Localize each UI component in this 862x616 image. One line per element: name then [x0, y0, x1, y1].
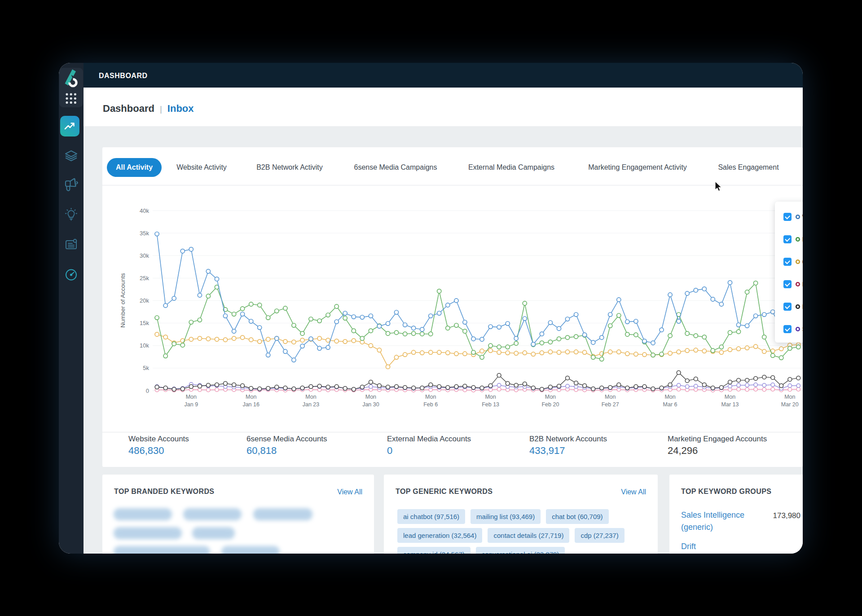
svg-text:35k: 35k: [140, 230, 149, 237]
svg-text:Mon: Mon: [664, 394, 675, 400]
svg-text:Mar 13: Mar 13: [721, 401, 739, 408]
svg-text:Mon: Mon: [246, 394, 256, 400]
svg-text:15k: 15k: [140, 320, 149, 326]
svg-text:Feb 27: Feb 27: [602, 401, 619, 408]
svg-text:Feb 20: Feb 20: [541, 401, 559, 408]
svg-text:20k: 20k: [140, 297, 149, 304]
svg-text:Mon: Mon: [485, 394, 496, 400]
svg-text:Mon: Mon: [186, 394, 197, 400]
svg-text:40k: 40k: [140, 207, 149, 214]
svg-text:Mar 20: Mar 20: [781, 401, 799, 408]
svg-text:Mon: Mon: [365, 394, 376, 400]
svg-text:Jan 9: Jan 9: [185, 401, 198, 408]
svg-text:Mon: Mon: [305, 394, 316, 400]
svg-text:Mon: Mon: [605, 394, 616, 400]
svg-text:Feb 13: Feb 13: [482, 401, 499, 408]
svg-text:Number of Accounts: Number of Accounts: [119, 273, 126, 328]
svg-text:Mon: Mon: [425, 394, 436, 400]
svg-text:0: 0: [146, 387, 149, 394]
svg-text:Mon: Mon: [725, 394, 735, 400]
svg-text:Feb 6: Feb 6: [423, 401, 438, 408]
svg-text:25k: 25k: [140, 275, 149, 282]
svg-text:Mar 6: Mar 6: [663, 401, 677, 408]
svg-text:Mon: Mon: [545, 394, 556, 400]
svg-text:Jan 30: Jan 30: [362, 401, 379, 408]
svg-text:Jan 16: Jan 16: [242, 401, 259, 408]
svg-text:Mon: Mon: [784, 394, 795, 400]
svg-text:10k: 10k: [140, 342, 149, 349]
svg-text:30k: 30k: [140, 252, 149, 259]
svg-text:5k: 5k: [143, 365, 149, 371]
svg-text:Jan 23: Jan 23: [303, 401, 320, 408]
